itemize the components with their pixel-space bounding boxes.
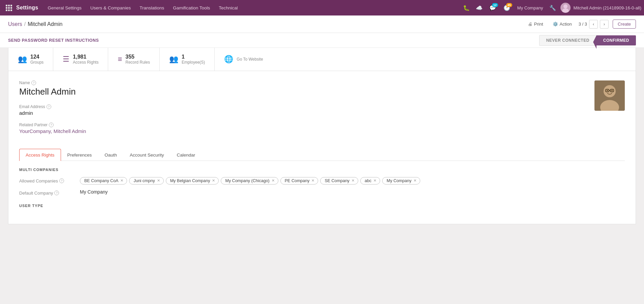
- tabs: Access Rights Preferences Oauth Account …: [19, 149, 625, 161]
- tag-chicago: My Company (Chicago) ✕: [221, 177, 278, 184]
- menu-translations[interactable]: Translations: [135, 3, 168, 12]
- breadcrumb: Users / Mitchell Admin: [8, 21, 62, 27]
- website-label: Go To Website: [237, 57, 263, 62]
- action-label: Action: [560, 22, 572, 27]
- prev-page-button[interactable]: ‹: [589, 20, 598, 29]
- create-button[interactable]: Create: [613, 20, 636, 29]
- access-rights-count: 1,981: [73, 54, 98, 60]
- email-field-row: Email Address ? admin: [19, 104, 594, 116]
- topnav-right: 🐛 ☁️ 💬 12 🕐 45 My Company 🔧 Mitchell Adm…: [461, 3, 641, 13]
- rules-icon: ≡: [118, 55, 122, 64]
- app-brand: Settings: [16, 5, 38, 11]
- tab-preferences[interactable]: Preferences: [61, 149, 98, 161]
- default-company-row: Default Company ? My Company: [19, 189, 625, 196]
- svg-point-6: [611, 90, 613, 91]
- send-password-button[interactable]: SEND PASSWORD RESET INSTRUCTIONS: [8, 38, 99, 43]
- menu-general-settings[interactable]: General Settings: [44, 3, 86, 12]
- tag-remove-chicago[interactable]: ✕: [272, 178, 275, 183]
- allowed-companies-help-icon[interactable]: ?: [59, 178, 64, 183]
- tag-remove-pe[interactable]: ✕: [311, 178, 314, 183]
- tag-label: My Company: [387, 178, 411, 183]
- default-company-label: Default Company ?: [19, 189, 80, 196]
- tag-label: BE Company CoA: [84, 178, 118, 183]
- breadcrumb-current: Mitchell Admin: [28, 21, 62, 27]
- breadcrumb-actions: 🖨 Print ⚙️ Action 3 / 3 ‹ › Create: [525, 20, 636, 29]
- list-icon: ☰: [63, 55, 69, 64]
- chat-button[interactable]: 💬 12: [487, 3, 498, 13]
- tag-remove-abc[interactable]: ✕: [373, 178, 376, 183]
- main-content: 👥 124 Groups ☰ 1,981 Access Rights ≡ 355…: [0, 48, 644, 304]
- groups-count: 124: [30, 54, 43, 60]
- action-button[interactable]: ⚙️ Action: [550, 20, 575, 28]
- cloud-icon[interactable]: ☁️: [474, 3, 484, 13]
- form-fields: Name ? Mitchell Admin Email Address ? ad…: [19, 80, 594, 141]
- pagination: 3 / 3 ‹ ›: [579, 20, 609, 29]
- tab-account-security[interactable]: Account Security: [123, 149, 170, 161]
- confirmed-badge: CONFIRMED: [596, 35, 636, 45]
- apps-menu-button[interactable]: [3, 2, 15, 14]
- stat-access-rights[interactable]: ☰ 1,981 Access Rights: [53, 48, 108, 71]
- tag-label: PE Company: [285, 178, 310, 183]
- menu-technical[interactable]: Technical: [215, 3, 242, 12]
- tab-calendar[interactable]: Calendar: [170, 149, 202, 161]
- partner-help-icon[interactable]: ?: [49, 123, 54, 127]
- stat-record-rules[interactable]: ≡ 355 Record Rules: [108, 48, 160, 71]
- next-page-button[interactable]: ›: [600, 20, 609, 29]
- bug-icon[interactable]: 🐛: [461, 3, 471, 13]
- tag-label: Juni cmpny: [133, 178, 155, 183]
- svg-point-1: [562, 8, 569, 13]
- avatar[interactable]: [560, 3, 571, 13]
- stat-website[interactable]: 🌐 Go To Website: [215, 48, 272, 71]
- tag-remove-my-company[interactable]: ✕: [413, 178, 417, 183]
- employees-label: Employee(S): [182, 60, 205, 65]
- user-avatar[interactable]: [594, 80, 625, 111]
- name-field-row: Name ? Mitchell Admin: [19, 80, 594, 98]
- company-selector[interactable]: My Company: [515, 5, 545, 10]
- stat-employees[interactable]: 👥 1 Employee(S): [160, 48, 215, 71]
- tag-remove-juni[interactable]: ✕: [157, 178, 160, 183]
- partner-value[interactable]: YourCompany, Mitchell Admin: [19, 128, 86, 134]
- tag-remove-belgian[interactable]: ✕: [212, 178, 215, 183]
- allowed-companies-row: Allowed Companies ? BE Company CoA ✕ Jun…: [19, 177, 625, 184]
- user-name[interactable]: Mitchell Admin (21418909-16-0-all): [573, 5, 641, 10]
- tab-access-rights[interactable]: Access Rights: [19, 149, 61, 161]
- stat-groups[interactable]: 👥 124 Groups: [8, 48, 53, 71]
- groups-label: Groups: [30, 60, 43, 65]
- gear-icon: ⚙️: [553, 22, 558, 27]
- menu-gamification[interactable]: Gamification Tools: [169, 3, 214, 12]
- topnav-menu: General Settings Users & Companies Trans…: [44, 3, 461, 12]
- svg-point-0: [563, 4, 568, 8]
- svg-point-5: [607, 90, 608, 91]
- employees-count: 1: [182, 54, 205, 60]
- email-help-icon[interactable]: ?: [47, 104, 51, 109]
- allowed-companies-value: BE Company CoA ✕ Juni cmpny ✕ My Belgian…: [80, 177, 625, 184]
- never-connected-badge: NEVER CONNECTED: [539, 35, 596, 46]
- tag-label: SE Company: [325, 178, 349, 183]
- menu-users-companies[interactable]: Users & Companies: [86, 3, 135, 12]
- chat-badge: 12: [492, 3, 498, 7]
- partner-field-row: Related Partner ? YourCompany, Mitchell …: [19, 123, 594, 134]
- tag-juni: Juni cmpny ✕: [129, 177, 163, 184]
- tag-se-company: SE Company ✕: [320, 177, 358, 184]
- form-area: Name ? Mitchell Admin Email Address ? ad…: [8, 71, 636, 224]
- access-rights-label: Access Rights: [73, 60, 98, 65]
- form-header: Name ? Mitchell Admin Email Address ? ad…: [19, 80, 625, 141]
- allowed-companies-tags: BE Company CoA ✕ Juni cmpny ✕ My Belgian…: [80, 177, 625, 184]
- default-company-value: My Company: [80, 189, 625, 195]
- name-help-icon[interactable]: ?: [31, 80, 36, 85]
- clock-button[interactable]: 🕐 45: [501, 3, 513, 13]
- tag-remove-se[interactable]: ✕: [351, 178, 355, 183]
- tag-remove-be-company[interactable]: ✕: [120, 178, 123, 183]
- settings-wrench-icon[interactable]: 🔧: [548, 3, 558, 13]
- allowed-companies-label: Allowed Companies ?: [19, 177, 80, 183]
- tag-belgian-company: My Belgian Company ✕: [166, 177, 219, 184]
- status-bar: SEND PASSWORD RESET INSTRUCTIONS NEVER C…: [0, 33, 644, 48]
- record-rules-label: Record Rules: [125, 60, 150, 65]
- breadcrumb-parent[interactable]: Users: [8, 21, 22, 27]
- default-company-help-icon[interactable]: ?: [54, 191, 59, 195]
- print-label: Print: [534, 22, 543, 27]
- tag-label: My Company (Chicago): [225, 178, 269, 183]
- tab-oauth[interactable]: Oauth: [98, 149, 123, 161]
- print-button[interactable]: 🖨 Print: [525, 20, 546, 28]
- clock-badge: 45: [506, 3, 512, 7]
